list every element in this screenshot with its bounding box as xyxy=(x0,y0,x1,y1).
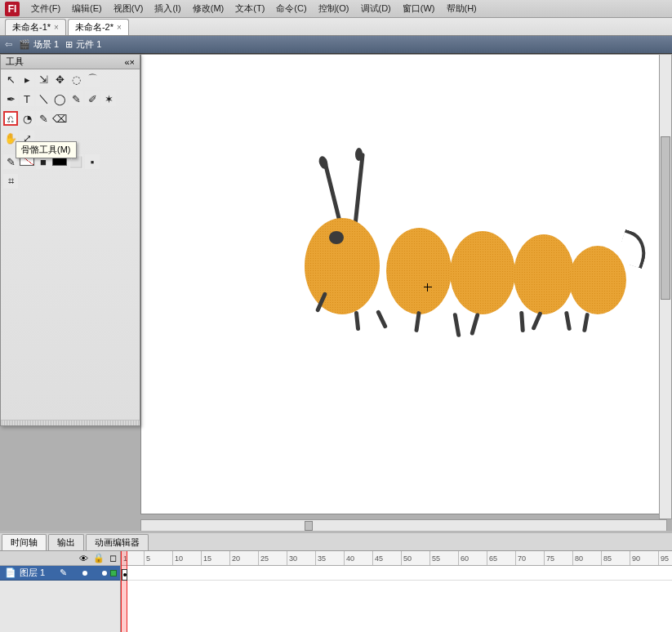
tools-row-3: ⎌ ◔ ✎ ⌫ xyxy=(1,109,140,128)
selection-tool[interactable]: ↖ xyxy=(3,72,18,87)
layers-header: 👁 🔒 ◻ xyxy=(0,551,120,566)
pen-tool[interactable]: ✒ xyxy=(3,91,18,106)
keyframe-icon[interactable] xyxy=(122,569,127,581)
brush-tool[interactable]: ✐ xyxy=(85,91,100,106)
document-tab-label: 未命名-1* xyxy=(12,21,51,33)
no-color-icon[interactable]: ▪ xyxy=(85,154,100,169)
symbol-icon: ⊞ xyxy=(65,39,73,50)
leg xyxy=(354,311,360,331)
menu-modify[interactable]: 修改(M) xyxy=(188,1,229,16)
tab-motion-editor[interactable]: 动画编辑器 xyxy=(86,534,149,550)
document-tab-2[interactable]: 未命名-2* × xyxy=(68,19,129,35)
leg xyxy=(582,313,590,333)
close-icon[interactable]: × xyxy=(54,23,59,32)
pen-tool-alt[interactable]: ⌒ xyxy=(85,72,100,87)
tab-timeline[interactable]: 时间轴 xyxy=(2,534,47,550)
tools-row-2: ✒ T ＼ ◯ ✎ ✐ ✶ xyxy=(1,89,140,109)
subselection-tool[interactable]: ▸ xyxy=(20,72,34,87)
3d-rotation-tool[interactable]: ✥ xyxy=(52,72,67,87)
frames-area[interactable]: 1510152025303540455055606570758085909510… xyxy=(121,551,672,632)
deco-tool[interactable]: ✶ xyxy=(101,91,116,106)
leg xyxy=(470,313,480,336)
document-tab-1[interactable]: 未命名-1* × xyxy=(5,19,66,35)
panel-splitter[interactable] xyxy=(0,531,672,533)
lock-icon[interactable]: 🔒 xyxy=(93,553,105,563)
ruler-tick: 45 xyxy=(372,551,383,565)
caterpillar-eye xyxy=(329,231,344,244)
ruler-tick: 55 xyxy=(429,551,440,565)
ruler-tick: 65 xyxy=(487,551,497,565)
layer-outline-swatch[interactable] xyxy=(110,570,117,576)
layer-row[interactable]: 📄 图层 1 ✎ xyxy=(0,566,120,581)
layer-lock-dot[interactable] xyxy=(102,571,107,576)
frame-row[interactable] xyxy=(121,566,672,581)
menu-window[interactable]: 窗口(W) xyxy=(398,1,440,16)
antenna-right xyxy=(353,153,365,228)
menu-commands[interactable]: 命令(C) xyxy=(271,1,311,16)
menu-file[interactable]: 文件(F) xyxy=(26,1,65,16)
layer-name: 图层 1 xyxy=(20,567,45,579)
back-arrow-icon[interactable]: ⇦ xyxy=(5,39,12,50)
menu-edit[interactable]: 编辑(E) xyxy=(67,1,107,16)
menu-view[interactable]: 视图(V) xyxy=(109,1,149,16)
layers-column: 👁 🔒 ◻ 📄 图层 1 ✎ xyxy=(0,551,121,632)
document-tab-label: 未命名-2* xyxy=(75,21,113,33)
symbol-label: 元件 1 xyxy=(76,38,101,51)
eraser-tool[interactable]: ⌫ xyxy=(52,111,67,126)
menu-text[interactable]: 文本(T) xyxy=(230,1,269,16)
collapse-icon[interactable]: «× xyxy=(124,57,135,67)
vertical-scrollbar[interactable] xyxy=(659,54,672,519)
scrollbar-thumb[interactable] xyxy=(305,521,313,531)
menu-help[interactable]: 帮助(H) xyxy=(442,1,482,16)
free-transform-tool[interactable]: ⇲ xyxy=(36,72,51,87)
pencil-tool[interactable]: ✎ xyxy=(69,91,83,106)
snap-option[interactable]: ⌗ xyxy=(3,174,18,189)
ruler-tick: 30 xyxy=(287,551,297,565)
body-segment-2 xyxy=(386,228,452,314)
tab-output[interactable]: 输出 xyxy=(48,534,84,550)
ruler-tick: 95 xyxy=(658,551,669,565)
menu-control[interactable]: 控制(O) xyxy=(314,1,354,16)
tools-panel: 工具 «× ↖ ▸ ⇲ ✥ ◌ ⌒ ✒ T ＼ ◯ ✎ ✐ ✶ ⎌ ◔ ✎ ⌫ … xyxy=(0,54,140,426)
stage[interactable] xyxy=(140,54,667,514)
lasso-tool[interactable]: ◌ xyxy=(69,72,83,87)
close-icon[interactable]: × xyxy=(117,23,122,32)
ruler-tick: 70 xyxy=(515,551,526,565)
layer-visibility-dot[interactable] xyxy=(82,571,87,576)
bone-tool[interactable]: ⎌ xyxy=(3,111,18,126)
line-tool[interactable]: ＼ xyxy=(36,91,51,106)
ruler-tick: 60 xyxy=(458,551,469,565)
layer-type-icon: 📄 xyxy=(5,567,16,578)
outline-icon[interactable]: ◻ xyxy=(109,553,117,563)
ruler-tick: 35 xyxy=(315,551,326,565)
ruler-tick: 5 xyxy=(144,551,150,565)
timeline: 👁 🔒 ◻ 📄 图层 1 ✎ 1510152025303540455055606… xyxy=(0,551,672,632)
ruler-tick: 80 xyxy=(572,551,583,565)
visibility-icon[interactable]: 👁 xyxy=(79,554,88,563)
playhead[interactable] xyxy=(121,551,127,632)
edit-bar: ⇦ 🎬 场景 1 ⊞ 元件 1 xyxy=(0,36,672,54)
paint-bucket-tool[interactable]: ◔ xyxy=(20,111,34,126)
tools-panel-title-bar[interactable]: 工具 «× xyxy=(1,55,140,69)
oval-tool[interactable]: ◯ xyxy=(52,91,67,106)
tools-panel-title: 工具 xyxy=(6,56,24,68)
crosshair-icon xyxy=(424,283,432,292)
menu-insert[interactable]: 插入(I) xyxy=(149,1,185,16)
frame-ruler[interactable]: 1510152025303540455055606570758085909510… xyxy=(121,551,672,566)
text-tool[interactable]: T xyxy=(20,91,34,106)
symbol-chip[interactable]: ⊞ 元件 1 xyxy=(65,38,101,51)
timeline-panel: 时间轴 输出 动画编辑器 👁 🔒 ◻ 📄 图层 1 ✎ 151015202530… xyxy=(0,532,672,632)
leg xyxy=(376,309,388,329)
scrollbar-thumb[interactable] xyxy=(661,136,670,300)
app-logo: Fl xyxy=(5,2,20,16)
body-segment-1 xyxy=(305,218,380,314)
menu-debug[interactable]: 调试(D) xyxy=(356,1,396,16)
ruler-tick: 25 xyxy=(258,551,269,565)
tooltip: 骨骼工具(M) xyxy=(16,141,77,158)
body-segment-3 xyxy=(450,231,515,314)
eyedropper-tool[interactable]: ✎ xyxy=(36,111,51,126)
panel-resize-handle[interactable] xyxy=(1,420,140,425)
drawing-caterpillar xyxy=(305,161,656,349)
scene-chip[interactable]: 🎬 场景 1 xyxy=(19,38,59,51)
leg xyxy=(564,311,572,332)
